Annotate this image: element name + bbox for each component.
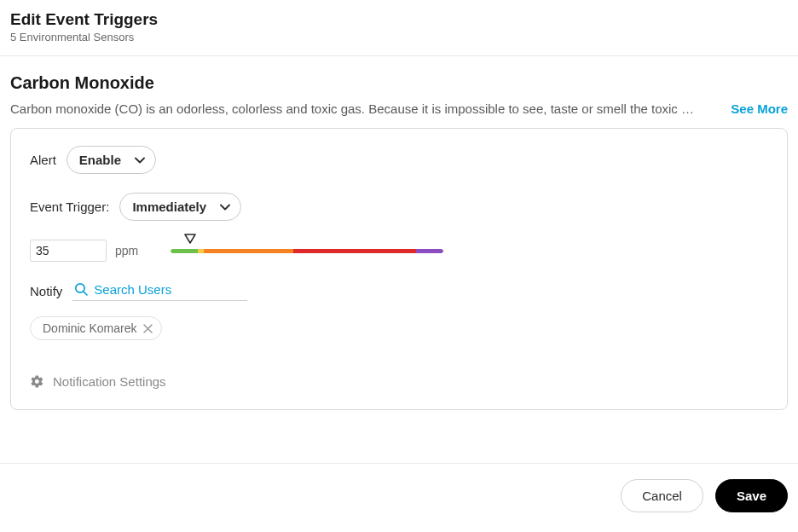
- save-button[interactable]: Save: [715, 479, 788, 512]
- svg-line-1: [84, 292, 87, 295]
- notification-settings-label: Notification Settings: [53, 374, 166, 389]
- slider-segment-red: [293, 249, 416, 253]
- section-title: Carbon Monoxide: [10, 73, 788, 93]
- page-header: Edit Event Triggers 5 Environmental Sens…: [0, 0, 798, 56]
- footer: Cancel Save: [0, 463, 798, 528]
- event-trigger-label: Event Trigger:: [30, 200, 109, 214]
- event-trigger-select-value: Immediately: [132, 200, 206, 214]
- threshold-slider[interactable]: [171, 249, 443, 253]
- notify-search-input[interactable]: [94, 282, 256, 297]
- page-subtitle: 5 Environmental Sensors: [10, 31, 788, 43]
- trigger-card: Alert Enable Event Trigger: Immediately …: [10, 128, 788, 410]
- remove-user-icon[interactable]: [143, 324, 153, 333]
- threshold-unit: ppm: [115, 244, 138, 257]
- slider-track: [171, 249, 443, 253]
- event-trigger-select[interactable]: Immediately: [119, 193, 241, 221]
- alert-select-value: Enable: [79, 153, 121, 167]
- threshold-row: ppm: [30, 240, 768, 262]
- user-chip: Dominic Komarek: [30, 316, 162, 340]
- slider-segment-purple: [416, 249, 443, 253]
- alert-row: Alert Enable: [30, 146, 768, 174]
- section-description: Carbon monoxide (CO) is an odorless, col…: [10, 101, 719, 116]
- alert-label: Alert: [30, 153, 56, 167]
- threshold-input[interactable]: [30, 240, 107, 262]
- slider-segment-green: [171, 249, 198, 253]
- notify-label: Notify: [30, 284, 62, 298]
- page-title: Edit Event Triggers: [10, 10, 788, 29]
- event-trigger-row: Event Trigger: Immediately: [30, 193, 768, 221]
- slider-thumb[interactable]: [184, 234, 196, 244]
- section-description-row: Carbon monoxide (CO) is an odorless, col…: [10, 101, 788, 116]
- alert-select[interactable]: Enable: [66, 146, 156, 174]
- notification-settings-link[interactable]: Notification Settings: [30, 374, 166, 389]
- notify-row: Notify: [30, 280, 768, 301]
- body: Carbon Monoxide Carbon monoxide (CO) is …: [0, 56, 798, 410]
- user-chip-name: Dominic Komarek: [43, 321, 136, 335]
- notify-users: Dominic Komarek: [30, 316, 768, 340]
- notify-search[interactable]: [72, 280, 247, 301]
- gear-icon: [30, 374, 44, 389]
- slider-segment-orange: [204, 249, 294, 253]
- cancel-button[interactable]: Cancel: [621, 479, 703, 512]
- chevron-down-icon: [135, 157, 145, 164]
- search-icon: [74, 282, 89, 297]
- see-more-link[interactable]: See More: [731, 101, 788, 116]
- chevron-down-icon: [220, 204, 230, 211]
